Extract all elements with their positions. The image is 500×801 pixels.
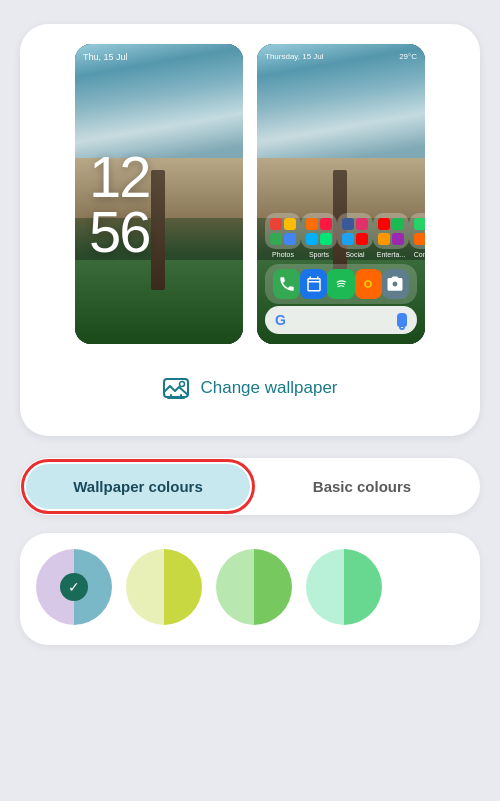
- spotify-app[interactable]: [327, 269, 354, 299]
- swatch-teal-purple[interactable]: ✓: [36, 549, 112, 625]
- folders-row: Photos Sports: [265, 213, 417, 258]
- photos-folder[interactable]: Photos: [265, 213, 301, 258]
- home-screen-preview[interactable]: Thursday, 15 Jul 29°C Photos: [257, 44, 425, 344]
- swatch-yellow-green[interactable]: [126, 549, 202, 625]
- change-wallpaper-button[interactable]: Change wallpaper: [142, 364, 357, 412]
- swatch-light-green[interactable]: [306, 549, 382, 625]
- change-wallpaper-label: Change wallpaper: [200, 378, 337, 398]
- preview-card: Thu, 15 Jul 12 56 Thursday, 15 Jul 29°C: [20, 24, 480, 436]
- svg-point-0: [334, 277, 349, 292]
- calendar-app[interactable]: [300, 269, 327, 299]
- basic-colours-tab[interactable]: Basic colours: [250, 464, 474, 509]
- swatch-green[interactable]: [216, 549, 292, 625]
- svg-point-3: [366, 282, 371, 287]
- clock-hours: 12: [89, 149, 150, 204]
- wallpaper-colours-tab[interactable]: Wallpaper colours: [26, 464, 250, 509]
- colour-tabs: Wallpaper colours Basic colours: [20, 458, 480, 515]
- camera-app[interactable]: [382, 269, 409, 299]
- left-status-bar: Thu, 15 Jul: [83, 52, 235, 62]
- swatches-section: ✓: [20, 533, 480, 645]
- swatches-row: ✓: [36, 549, 464, 625]
- clock-overlay: 12 56: [75, 149, 243, 259]
- sports-folder[interactable]: Sports: [301, 213, 337, 258]
- app-dock: [265, 264, 417, 304]
- lock-screen-preview[interactable]: Thu, 15 Jul 12 56: [75, 44, 243, 344]
- entertainment-folder[interactable]: Enterta...: [373, 213, 409, 258]
- microphone-icon: [397, 313, 407, 327]
- phone-app[interactable]: [273, 269, 300, 299]
- svg-point-5: [180, 382, 185, 387]
- selected-check: ✓: [60, 573, 88, 601]
- firefox-app[interactable]: [355, 269, 382, 299]
- wallpaper-icon: [162, 374, 190, 402]
- google-logo: G: [275, 312, 286, 328]
- comm-folder[interactable]: Comm...: [409, 213, 425, 258]
- search-bar[interactable]: G: [265, 306, 417, 334]
- previews-row: Thu, 15 Jul 12 56 Thursday, 15 Jul 29°C: [40, 44, 460, 344]
- home-screen-content: Photos Sports: [257, 44, 425, 344]
- social-folder[interactable]: Social: [337, 213, 373, 258]
- clock-minutes: 56: [89, 204, 150, 259]
